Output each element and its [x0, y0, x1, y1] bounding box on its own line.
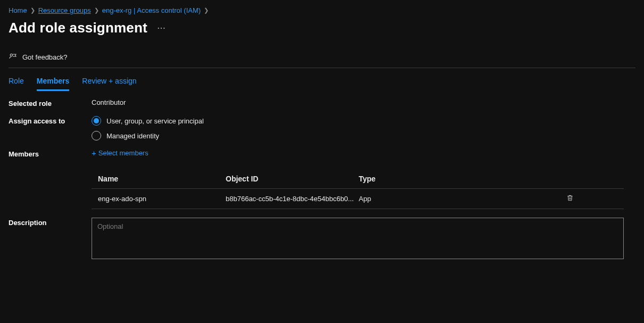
label-assign-access: Assign access to — [9, 116, 88, 125]
radio-user-group-principal[interactable]: User, group, or service principal — [92, 116, 635, 126]
page-title: Add role assignment — [9, 20, 147, 36]
th-type: Type — [359, 175, 550, 183]
td-type: App — [359, 195, 550, 203]
chevron-right-icon: ❯ — [94, 7, 99, 14]
radio-label: Managed identity — [106, 132, 159, 140]
select-members-link[interactable]: + Select members — [92, 149, 148, 157]
feedback-bar: Got feedback? — [9, 52, 635, 68]
td-object-id: b8b766ac-cc5b-4c1e-8dbc-4e54bbc6b0... — [226, 195, 359, 203]
table-header: Name Object ID Type — [92, 169, 624, 189]
breadcrumb: Home ❯ Resource groups ❯ eng-ex-rg | Acc… — [9, 5, 635, 19]
tab-review-assign[interactable]: Review + assign — [82, 77, 136, 91]
svg-point-0 — [10, 54, 12, 56]
table-row: eng-ex-ado-spn b8b766ac-cc5b-4c1e-8dbc-4… — [92, 189, 624, 209]
tabs: Role Members Review + assign — [9, 68, 635, 91]
breadcrumb-home[interactable]: Home — [9, 6, 27, 14]
description-wrap — [92, 218, 635, 261]
radio-unchecked-icon — [92, 131, 101, 140]
description-input[interactable] — [92, 218, 624, 259]
td-name: eng-ex-ado-spn — [98, 195, 226, 203]
members-table: Name Object ID Type eng-ex-ado-spn b8b76… — [92, 169, 624, 209]
delete-row-button[interactable] — [566, 195, 574, 203]
tab-members[interactable]: Members — [37, 77, 69, 91]
radio-checked-icon — [92, 116, 101, 126]
more-icon[interactable]: ⋯ — [157, 23, 167, 33]
label-description: Description — [9, 218, 88, 227]
title-row: Add role assignment ⋯ — [9, 20, 635, 36]
label-members: Members — [9, 149, 88, 158]
breadcrumb-resource-groups[interactable]: Resource groups — [38, 6, 91, 14]
label-selected-role: Selected role — [9, 98, 88, 107]
tab-role[interactable]: Role — [9, 77, 24, 91]
plus-icon: + — [92, 149, 96, 157]
value-selected-role: Contributor — [92, 98, 635, 106]
chevron-right-icon: ❯ — [30, 7, 35, 14]
chevron-right-icon: ❯ — [204, 7, 209, 14]
th-name: Name — [98, 175, 226, 183]
th-object-id: Object ID — [226, 175, 359, 183]
select-members-label: Select members — [98, 149, 148, 157]
trash-icon — [566, 194, 574, 202]
radio-label: User, group, or service principal — [106, 117, 204, 125]
members-area: + Select members Name Object ID Type eng… — [92, 149, 635, 209]
radio-managed-identity[interactable]: Managed identity — [92, 131, 635, 140]
form-grid: Selected role Contributor Assign access … — [9, 98, 635, 261]
feedback-icon — [9, 52, 17, 62]
feedback-link[interactable]: Got feedback? — [22, 53, 68, 61]
breadcrumb-iam[interactable]: eng-ex-rg | Access control (IAM) — [102, 6, 201, 14]
radio-group-assign-access: User, group, or service principal Manage… — [92, 116, 635, 140]
